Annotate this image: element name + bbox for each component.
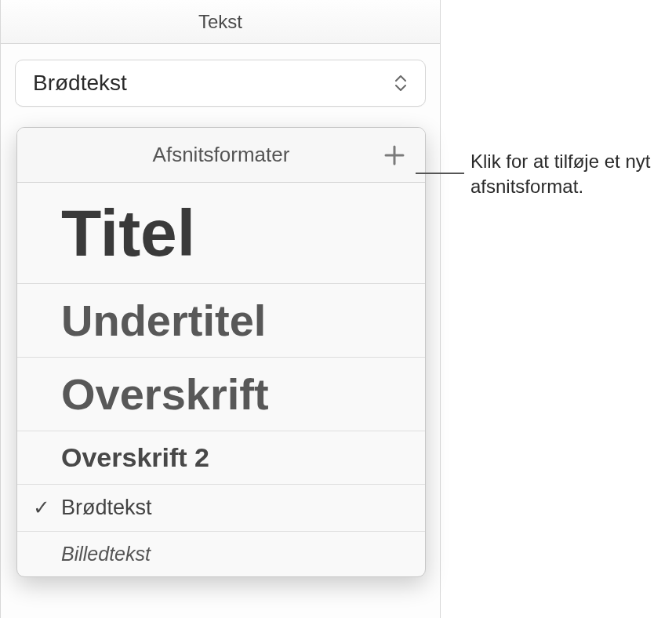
plus-icon xyxy=(383,144,405,166)
text-panel: Tekst Brødtekst Afsnitsformater Titel Un… xyxy=(0,0,441,618)
dropdown-selected-value: Brødtekst xyxy=(33,71,127,96)
chevron-up-down-icon xyxy=(394,73,408,93)
style-item-overskrift[interactable]: Overskrift xyxy=(17,358,425,431)
style-label: Overskrift xyxy=(61,369,269,420)
checkmark-icon: ✓ xyxy=(33,496,50,520)
style-item-brodtekst[interactable]: ✓ Brødtekst xyxy=(17,485,425,532)
style-item-titel[interactable]: Titel xyxy=(17,183,425,284)
style-item-billedtekst[interactable]: Billedtekst xyxy=(17,532,425,576)
style-label: Billedtekst xyxy=(61,543,151,565)
style-label: Titel xyxy=(61,198,195,267)
tab-text[interactable]: Tekst xyxy=(198,11,242,33)
popover-title: Afsnitsformater xyxy=(153,143,290,167)
popover-header: Afsnitsformater xyxy=(17,128,425,183)
paragraph-styles-popover: Afsnitsformater Titel Undertitel Overskr… xyxy=(16,127,426,577)
style-list: Titel Undertitel Overskrift Overskrift 2… xyxy=(17,183,425,576)
style-item-undertitel[interactable]: Undertitel xyxy=(17,284,425,358)
callout-text: Klik for at tilføje et nyt afsnitsformat… xyxy=(470,149,667,200)
style-label: Brødtekst xyxy=(61,496,152,520)
style-label: Overskrift 2 xyxy=(61,442,209,473)
callout-leader-line xyxy=(416,173,464,174)
tab-bar: Tekst xyxy=(1,0,440,44)
style-label: Undertitel xyxy=(61,295,266,346)
add-style-button[interactable] xyxy=(381,142,408,169)
paragraph-style-dropdown[interactable]: Brødtekst xyxy=(15,60,426,107)
style-item-overskrift-2[interactable]: Overskrift 2 xyxy=(17,431,425,485)
